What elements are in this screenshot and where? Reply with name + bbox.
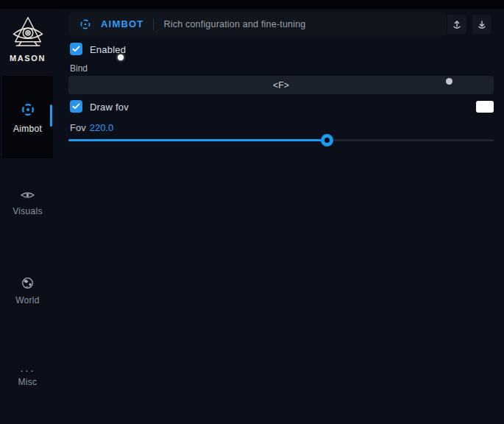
bind-label: Bind xyxy=(70,63,88,74)
bind-indicator-dot xyxy=(446,78,452,85)
eye-icon xyxy=(0,190,55,203)
sidebar-item-misc[interactable]: ··· Misc xyxy=(0,365,55,387)
checkmark-icon xyxy=(72,103,80,110)
fov-slider-fill xyxy=(68,139,328,141)
target-icon xyxy=(0,102,55,121)
fov-label: Fov220.0 xyxy=(70,122,113,133)
bind-keybind-input[interactable]: <F> xyxy=(68,76,494,94)
draw-fov-label: Draw fov xyxy=(90,102,129,113)
sidebar-item-label: World xyxy=(0,295,55,305)
upload-config-button[interactable] xyxy=(447,15,466,34)
enabled-label: Enabled xyxy=(90,44,126,55)
fov-slider-track[interactable] xyxy=(68,139,494,141)
globe-icon xyxy=(0,277,55,292)
fov-label-text: Fov xyxy=(70,122,86,133)
sidebar-item-world[interactable]: World xyxy=(0,277,55,305)
page-header: AIMBOT Rich configuration and fine-tunin… xyxy=(68,12,447,36)
eye-pyramid-icon xyxy=(0,13,55,52)
fov-value: 220.0 xyxy=(90,122,114,133)
sidebar-item-label: Aimbot xyxy=(0,124,55,134)
logo-label: MASON xyxy=(0,54,55,63)
sidebar-item-visuals[interactable]: Visuals xyxy=(0,190,55,216)
app-logo: MASON xyxy=(0,13,55,63)
ellipsis-icon: ··· xyxy=(0,365,55,377)
fov-color-swatch[interactable] xyxy=(476,101,494,113)
crosshair-icon xyxy=(79,18,92,31)
draw-fov-checkbox[interactable] xyxy=(70,100,82,113)
bind-value: <F> xyxy=(273,80,289,91)
upload-tray-icon xyxy=(451,18,463,31)
header-divider xyxy=(153,18,154,30)
main-content: AIMBOT Rich configuration and fine-tunin… xyxy=(55,9,504,424)
sidebar-item-label: Visuals xyxy=(0,206,55,216)
enabled-checkbox[interactable] xyxy=(70,43,82,55)
mouse-cursor xyxy=(118,54,124,60)
sidebar: MASON Aimbot Visuals xyxy=(0,0,55,424)
sidebar-item-label: Misc xyxy=(0,377,55,387)
fov-slider-handle[interactable] xyxy=(321,134,333,146)
download-config-button[interactable] xyxy=(472,15,491,34)
page-subtitle: Rich configuration and fine-tuning xyxy=(163,19,305,29)
download-tray-icon xyxy=(476,18,488,31)
checkmark-icon xyxy=(72,46,80,52)
app-window: MASON Aimbot Visuals xyxy=(0,0,504,424)
page-title: AIMBOT xyxy=(101,18,143,29)
sidebar-item-aimbot[interactable]: Aimbot xyxy=(0,102,55,134)
top-strip xyxy=(0,0,504,9)
